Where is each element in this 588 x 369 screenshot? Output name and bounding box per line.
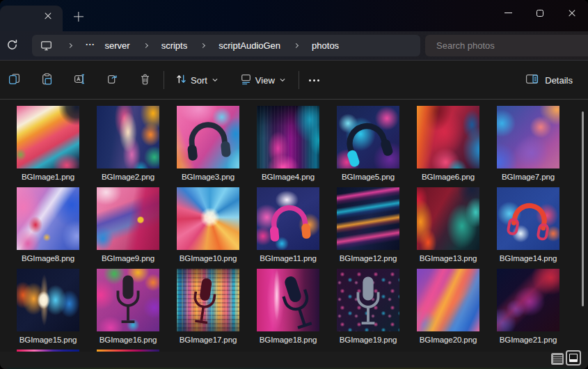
view-icon (240, 73, 255, 87)
breadcrumb-item[interactable]: scripts (159, 40, 190, 51)
file-name: BGImage6.png (422, 173, 475, 181)
file-name-label: BGImage8.png (17, 254, 79, 262)
file-thumbnail (337, 187, 399, 250)
new-tab-button[interactable] (72, 10, 85, 23)
details-button[interactable]: Details (521, 68, 577, 93)
copy-button[interactable] (0, 68, 28, 93)
delete-button[interactable] (131, 68, 159, 93)
file-name-label: BGImage20.png (417, 336, 479, 344)
view-button[interactable]: View (232, 68, 297, 93)
file-name-label: BGImage17.png (177, 336, 239, 344)
delete-icon (139, 73, 151, 88)
file-item[interactable]: BGImage19.png (337, 269, 399, 344)
vertical-scrollbar[interactable] (582, 111, 584, 306)
this-pc-icon (40, 40, 52, 52)
file-item[interactable]: BGImage8.png (17, 187, 79, 262)
breadcrumb[interactable]: ···serverscriptsscriptAudioGenphotos (32, 35, 420, 56)
file-item[interactable]: BGImage11.png (257, 187, 319, 262)
file-name: BGImage11.png (260, 254, 317, 262)
file-name-label: BGImage21.png (497, 336, 559, 344)
thumbnail-view-button[interactable] (566, 350, 581, 366)
file-name-label: BGImage10.png (177, 254, 239, 262)
explorer-tab[interactable] (0, 6, 63, 31)
close-button[interactable] (556, 0, 588, 26)
file-item[interactable]: BGImage13.png (417, 187, 479, 262)
file-name: BGImage3.png (182, 173, 235, 181)
file-thumbnail (497, 106, 559, 168)
more-ellipsis-icon (309, 79, 319, 81)
file-item[interactable]: BGImage16.png (97, 269, 159, 344)
file-thumbnail (417, 269, 479, 331)
file-name-label: BGImage6.png (417, 173, 479, 181)
file-thumbnail (177, 106, 239, 168)
file-thumbnail (177, 187, 239, 250)
breadcrumb-item[interactable]: scriptAudioGen (216, 40, 283, 51)
file-name-label: BGImage18.png (257, 336, 319, 344)
file-name: BGImage10.png (180, 254, 237, 262)
file-thumbnail (257, 106, 319, 168)
file-item[interactable]: BGImage2.png (97, 106, 159, 181)
minimize-button[interactable] (492, 0, 524, 26)
file-name-label: BGImage13.png (417, 254, 479, 262)
file-thumbnail (497, 187, 559, 250)
file-item[interactable]: BGImage4.png (257, 106, 319, 181)
file-item[interactable]: BGImage15.png (17, 269, 79, 344)
file-item[interactable]: BGImage21.png (497, 269, 559, 344)
paste-button[interactable] (33, 68, 61, 93)
file-thumbnail (17, 187, 79, 250)
list-view-icon (553, 355, 562, 363)
file-name-label: BGImage12.png (337, 254, 399, 262)
file-item[interactable]: BGImage12.png (337, 187, 399, 262)
file-thumbnail (97, 106, 159, 168)
rename-button[interactable] (65, 68, 93, 93)
details-view-button[interactable] (551, 353, 564, 365)
file-thumbnail (417, 106, 479, 168)
file-name: BGImage15.png (19, 336, 77, 344)
file-name-label: BGImage9.png (97, 254, 159, 262)
breadcrumb-item[interactable]: photos (310, 40, 341, 51)
file-item[interactable]: BGImage18.png (257, 269, 319, 344)
file-item[interactable]: BGImage5.png (337, 106, 399, 181)
breadcrumb-item[interactable]: server (103, 40, 132, 51)
file-thumbnail (257, 187, 319, 250)
thumbnail-view-icon (569, 354, 578, 362)
file-name-label: BGImage19.png (337, 336, 399, 344)
file-name: BGImage5.png (342, 173, 395, 181)
file-name: BGImage1.png (22, 173, 74, 181)
file-name: BGImage9.png (102, 254, 154, 262)
address-bar-row: ···serverscriptsscriptAudioGenphotos (0, 31, 588, 61)
file-item[interactable]: BGImage6.png (417, 106, 479, 181)
search-input[interactable] (436, 40, 575, 51)
file-name: BGImage4.png (262, 173, 315, 181)
copy-icon (8, 73, 20, 88)
file-item[interactable]: BGImage9.png (97, 187, 159, 262)
sort-button[interactable]: Sort (168, 68, 230, 93)
file-item[interactable]: BGImage20.png (417, 269, 479, 344)
file-name: BGImage8.png (22, 254, 74, 262)
file-item[interactable]: BGImage1.png (17, 106, 79, 181)
search-box[interactable] (425, 35, 588, 56)
maximize-button[interactable] (524, 0, 556, 26)
file-item[interactable]: BGImage7.png (497, 106, 559, 181)
file-thumbnail (337, 269, 399, 331)
titlebar (0, 0, 588, 31)
file-item[interactable]: BGImage10.png (177, 187, 239, 262)
toolbar: SortViewDetails (0, 61, 588, 100)
file-item[interactable]: BGImage14.png (497, 187, 559, 262)
breadcrumb-overflow[interactable]: ··· (84, 40, 97, 49)
file-thumbnail (177, 269, 239, 331)
file-thumbnail (97, 269, 159, 331)
file-item[interactable]: BGImage17.png (177, 269, 239, 344)
share-button[interactable] (98, 68, 126, 93)
chevron-right-icon (294, 43, 299, 48)
file-item[interactable]: BGImage3.png (177, 106, 239, 181)
file-name-label: BGImage2.png (97, 173, 159, 181)
tab-close-icon[interactable] (41, 9, 54, 22)
more-options-button[interactable] (302, 68, 327, 93)
details-pane-icon (525, 73, 545, 87)
file-name-label: BGImage3.png (177, 173, 239, 181)
paste-icon (41, 73, 53, 88)
file-name: BGImage7.png (502, 173, 555, 181)
refresh-icon[interactable] (5, 38, 19, 52)
file-name: BGImage17.png (180, 336, 237, 344)
